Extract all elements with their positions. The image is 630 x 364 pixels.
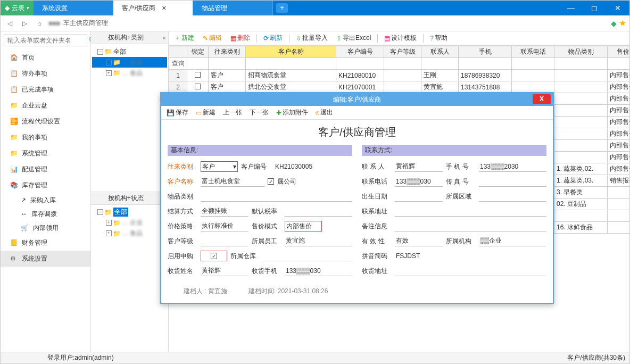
nav-delivery-manage[interactable]: 📊配送管理 xyxy=(1,161,90,177)
nav-cloud-disk[interactable]: 📁企业云盘 xyxy=(1,97,90,113)
nav-todo[interactable]: 📋待办事项 xyxy=(1,65,90,81)
nav-system-settings[interactable]: ⚙系统设置 xyxy=(1,251,90,267)
field-org[interactable]: ▒▒企业 xyxy=(479,236,546,246)
field-enable-apply[interactable] xyxy=(201,251,227,261)
field-pricepolicy[interactable]: 执行标准价 xyxy=(201,221,248,231)
dialog-next-button[interactable]: 下一张 xyxy=(246,107,272,119)
field-settle[interactable]: 全额挂账 xyxy=(201,206,248,217)
nav-my-items[interactable]: 📁我的事项 xyxy=(1,129,90,145)
window-close-button[interactable]: ✕ xyxy=(606,1,629,15)
dialog-save-button[interactable]: 💾保存 xyxy=(163,107,192,119)
favorite-star-icon[interactable]: ★ xyxy=(619,18,626,28)
nav-stock-transfer[interactable]: ↔库存调拨 xyxy=(1,207,90,221)
col-customer-name[interactable]: 客户名称 xyxy=(246,46,336,58)
tab-close-icon[interactable]: × xyxy=(162,4,166,12)
tree1-child-1[interactable]: +📁… 食品 xyxy=(92,68,167,78)
nav-home[interactable]: 🏠首页 xyxy=(1,49,90,65)
row-checkbox[interactable] xyxy=(195,72,201,78)
col-lock[interactable]: 锁定 xyxy=(187,46,209,58)
nav-inventory-manage[interactable]: 📚库存管理 xyxy=(1,177,90,193)
field-fax[interactable] xyxy=(479,176,546,187)
field-area[interactable] xyxy=(479,191,546,202)
field-salemode[interactable]: 内部售价 xyxy=(285,221,322,231)
field-type-select[interactable]: 客户▾ xyxy=(201,161,238,172)
dialog-prev-button[interactable]: 上一张 xyxy=(220,107,245,119)
tab-system-settings[interactable]: 系统设置 xyxy=(34,1,113,15)
field-recv-mobile[interactable]: 133▒▒▒030 xyxy=(285,266,352,276)
window-maximize-button[interactable]: ◻ xyxy=(583,1,606,15)
table-row[interactable]: 2客户拱北公交食堂KH21070001黄宜施13143751808内部售价 xyxy=(169,81,630,93)
field-recv-addr[interactable] xyxy=(395,266,546,276)
col-mobile[interactable]: 手机 xyxy=(459,46,512,58)
field-valid[interactable]: 有效 xyxy=(395,236,443,246)
dialog-titlebar[interactable]: 编辑:客户/供应商 X xyxy=(161,93,553,106)
field-mobile[interactable]: 133▒▒▒2030 xyxy=(479,161,546,172)
field-addr[interactable] xyxy=(395,206,546,217)
table-row[interactable]: 1客户招商物流食堂KH21080010王刚18786938320内部售价 xyxy=(169,70,630,81)
checkbox-is-company[interactable] xyxy=(268,178,274,185)
col-goods-type[interactable]: 物品类别 xyxy=(554,46,608,58)
field-birth[interactable] xyxy=(395,191,443,202)
collapse-icon[interactable]: − xyxy=(97,209,103,215)
row-checkbox[interactable] xyxy=(195,84,201,89)
expand-icon[interactable]: + xyxy=(106,70,112,76)
field-taxrate[interactable] xyxy=(285,206,352,217)
toolbar-export-button[interactable]: ⇧导出Excel xyxy=(333,32,374,44)
brand-diamond-icon[interactable]: ◆ xyxy=(611,19,617,28)
field-name[interactable]: 富士机电食堂 xyxy=(201,176,264,187)
tab-customer-supplier[interactable]: 客户/供应商 × xyxy=(113,1,193,15)
tab-add-button[interactable]: + xyxy=(276,3,288,13)
col-phone[interactable]: 联系电话 xyxy=(512,46,554,58)
toolbar-help-button[interactable]: ?帮助 xyxy=(427,32,451,44)
tree1-root[interactable]: −📁全部 xyxy=(92,46,167,57)
tree2-root[interactable]: −📁全部 xyxy=(92,207,167,218)
tab-goods-manage[interactable]: 物品管理 xyxy=(193,1,273,15)
app-logo[interactable]: ◆ 云表 ▾ xyxy=(1,1,34,15)
field-staff[interactable]: 黄宜施 xyxy=(285,236,352,246)
nav-done[interactable]: 📋已完成事项 xyxy=(1,81,90,97)
collapse-icon[interactable]: − xyxy=(97,49,103,55)
field-contact[interactable]: 黄裕辉 xyxy=(395,161,443,172)
toolbar-edit-button[interactable]: ✎编辑 xyxy=(200,32,225,44)
tree1-child-0[interactable]: +📁… 企业 xyxy=(92,57,167,68)
nav-system-manage[interactable]: 📁系统管理 xyxy=(1,145,90,161)
field-remark[interactable] xyxy=(395,221,546,231)
nav-internal-use[interactable]: 🛒内部领用 xyxy=(1,221,90,235)
nav-search-input[interactable] xyxy=(6,36,88,45)
dialog-close-button[interactable]: X xyxy=(533,94,551,104)
dialog-new-button[interactable]: ▭新建 xyxy=(193,107,219,119)
field-goods-type[interactable] xyxy=(201,191,352,202)
tree2-child-1[interactable]: +📁… 食品 xyxy=(92,228,167,239)
nav-search[interactable]: 🔍 xyxy=(4,35,87,46)
nav-back-icon[interactable]: ◁ xyxy=(4,18,15,29)
query-row[interactable]: 查询 xyxy=(169,58,630,70)
expand-icon[interactable]: + xyxy=(106,230,112,236)
col-price-mode[interactable]: 售价模 xyxy=(608,46,630,58)
col-customer-code[interactable]: 客户编号 xyxy=(336,46,384,58)
window-minimize-button[interactable]: — xyxy=(559,1,583,15)
expand-icon[interactable]: + xyxy=(106,220,112,226)
toolbar-delete-button[interactable]: ▦删除 xyxy=(227,32,253,44)
nav-home-icon[interactable]: ⌂ xyxy=(34,18,45,29)
col-category[interactable]: 往来类别 xyxy=(209,46,246,58)
toolbar-design-button[interactable]: ▤设计模板 xyxy=(381,32,420,44)
nav-purchase-in[interactable]: ↗采购入库 xyxy=(1,193,90,207)
field-warehouse[interactable] xyxy=(263,251,352,261)
field-recv-name[interactable]: 黄裕辉 xyxy=(201,266,248,276)
dialog-attach-button[interactable]: ✚添加附件 xyxy=(273,107,311,119)
col-rownum[interactable] xyxy=(169,46,187,58)
toolbar-new-button[interactable]: ＋新建 xyxy=(171,32,197,44)
col-contact[interactable]: 联系人 xyxy=(421,46,459,58)
field-phone[interactable]: 133▒▒▒030 xyxy=(395,176,443,187)
nav-workflow-proxy[interactable]: 📴流程代理设置 xyxy=(1,113,90,129)
nav-forward-icon[interactable]: ▷ xyxy=(19,18,30,29)
expand-icon[interactable]: + xyxy=(106,60,112,65)
dialog-exit-button[interactable]: ⎋退出 xyxy=(312,107,336,119)
col-customer-level[interactable]: 客户等级 xyxy=(384,46,421,58)
toolbar-import-button[interactable]: ⇩批量导入 xyxy=(293,32,331,44)
tree-collapse-icon[interactable]: « xyxy=(160,34,168,42)
checkbox-enable-apply[interactable] xyxy=(211,253,217,259)
toolbar-refresh-button[interactable]: ⟳刷新 xyxy=(260,32,286,44)
tree2-child-0[interactable]: +📁… 企业 xyxy=(92,218,167,228)
nav-finance-manage[interactable]: 📒财务管理 xyxy=(1,235,90,251)
